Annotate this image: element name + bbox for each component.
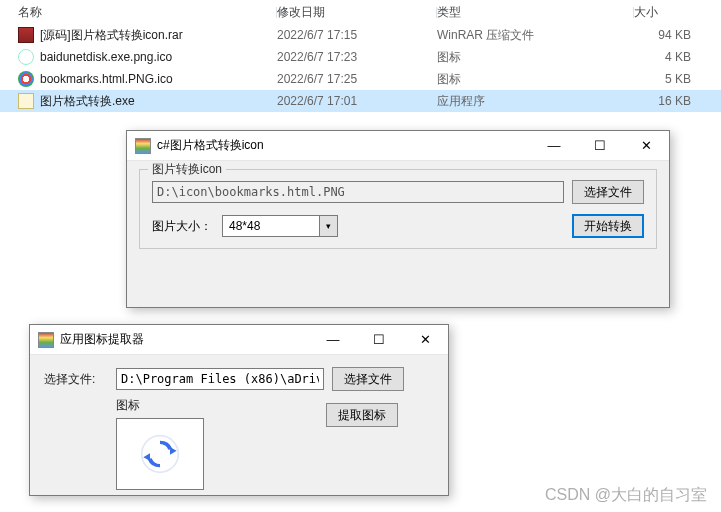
titlebar[interactable]: 应用图标提取器 — ☐ ✕ xyxy=(30,325,448,355)
file-name: bookmarks.html.PNG.ico xyxy=(40,72,173,86)
exe-icon xyxy=(18,93,34,109)
col-header-type[interactable]: 类型 xyxy=(437,4,634,21)
browse-button[interactable]: 选择文件 xyxy=(332,367,404,391)
col-header-date[interactable]: 修改日期 xyxy=(277,4,437,21)
browse-button[interactable]: 选择文件 xyxy=(572,180,644,204)
file-name: baidunetdisk.exe.png.ico xyxy=(40,50,172,64)
file-name: [源码]图片格式转换icon.rar xyxy=(40,27,183,44)
chevron-down-icon[interactable]: ▾ xyxy=(320,215,338,237)
sync-icon xyxy=(140,434,180,474)
file-type: 图标 xyxy=(437,71,634,88)
file-date: 2022/6/7 17:23 xyxy=(277,50,437,64)
minimize-button[interactable]: — xyxy=(531,131,577,160)
chrome-icon xyxy=(18,71,34,87)
size-combobox[interactable]: ▾ xyxy=(222,215,338,237)
close-button[interactable]: ✕ xyxy=(402,325,448,354)
maximize-button[interactable]: ☐ xyxy=(356,325,402,354)
file-type: 图标 xyxy=(437,49,634,66)
file-type: 应用程序 xyxy=(437,93,634,110)
convert-group: 图片转换icon 选择文件 图片大小： ▾ 开始转换 xyxy=(139,169,657,249)
file-size: 16 KB xyxy=(634,94,701,108)
file-date: 2022/6/7 17:25 xyxy=(277,72,437,86)
start-convert-button[interactable]: 开始转换 xyxy=(572,214,644,238)
group-title: 图片转换icon xyxy=(148,161,226,178)
file-row[interactable]: baidunetdisk.exe.png.ico 2022/6/7 17:23 … xyxy=(0,46,721,68)
file-row[interactable]: [源码]图片格式转换icon.rar 2022/6/7 17:15 WinRAR… xyxy=(0,24,721,46)
window-title: c#图片格式转换icon xyxy=(157,137,531,154)
file-size: 94 KB xyxy=(634,28,701,42)
file-size: 5 KB xyxy=(634,72,701,86)
app-icon xyxy=(135,138,151,154)
col-header-size[interactable]: 大小 xyxy=(634,4,701,21)
size-label: 图片大小： xyxy=(152,218,212,235)
file-date: 2022/6/7 17:01 xyxy=(277,94,437,108)
app-icon xyxy=(38,332,54,348)
file-name: 图片格式转换.exe xyxy=(40,93,135,110)
file-type: WinRAR 压缩文件 xyxy=(437,27,634,44)
maximize-button[interactable]: ☐ xyxy=(577,131,623,160)
converter-window: c#图片格式转换icon — ☐ ✕ 图片转换icon 选择文件 图片大小： ▾… xyxy=(126,130,670,308)
icon-preview xyxy=(116,418,204,490)
size-value[interactable] xyxy=(222,215,320,237)
file-row[interactable]: 图片格式转换.exe 2022/6/7 17:01 应用程序 16 KB xyxy=(0,90,721,112)
window-title: 应用图标提取器 xyxy=(60,331,310,348)
file-size: 4 KB xyxy=(634,50,701,64)
exe-path-input[interactable] xyxy=(116,368,324,390)
titlebar[interactable]: c#图片格式转换icon — ☐ ✕ xyxy=(127,131,669,161)
extractor-window: 应用图标提取器 — ☐ ✕ 选择文件: 选择文件 图标 提取 xyxy=(29,324,449,496)
col-header-name[interactable]: 名称 xyxy=(0,4,277,21)
extract-icon-button[interactable]: 提取图标 xyxy=(326,403,398,427)
explorer-header: 名称 修改日期 类型 大小 xyxy=(0,0,721,24)
file-label: 选择文件: xyxy=(44,371,108,388)
close-button[interactable]: ✕ xyxy=(623,131,669,160)
file-explorer: 名称 修改日期 类型 大小 [源码]图片格式转换icon.rar 2022/6/… xyxy=(0,0,721,112)
file-date: 2022/6/7 17:15 xyxy=(277,28,437,42)
source-path-input[interactable] xyxy=(152,181,564,203)
ico-icon xyxy=(18,49,34,65)
file-row[interactable]: bookmarks.html.PNG.ico 2022/6/7 17:25 图标… xyxy=(0,68,721,90)
rar-icon xyxy=(18,27,34,43)
minimize-button[interactable]: — xyxy=(310,325,356,354)
watermark: CSDN @大白的自习室 xyxy=(545,485,707,506)
